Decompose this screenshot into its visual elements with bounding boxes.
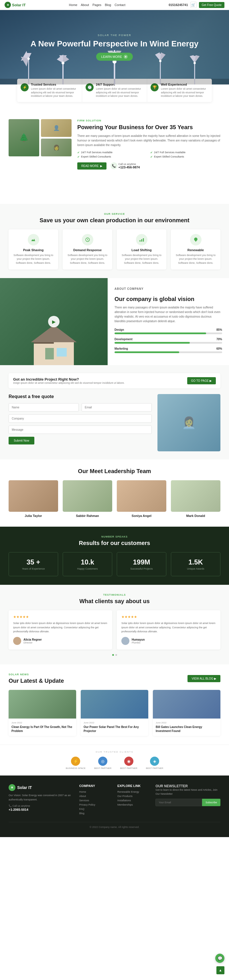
footer: ☀ Solar IT Our Vision: Solar Energy was … (0, 776, 229, 837)
site-logo[interactable]: ☀ Solar IT (5, 2, 26, 8)
team-photo-4 (171, 480, 220, 512)
clean-tag: OUR SERVICE (9, 213, 220, 215)
svg-point-4 (27, 57, 30, 60)
footer-explore-3[interactable]: Installations (118, 799, 150, 802)
about-image-main: 🌲 (9, 119, 39, 156)
nav-pages[interactable]: Pages (92, 3, 101, 6)
service-peak: Peak Shaving Software development you br… (9, 229, 58, 270)
svg-marker-31 (31, 325, 77, 342)
author-1-name: Alicia Regner (24, 638, 42, 641)
footer-explore-heading: EXPLORE LINK (118, 784, 150, 788)
promo-desc: Doign ipsum dolor sit amet consectetur a… (13, 382, 124, 384)
progress-development: Development 70% (114, 338, 222, 344)
play-button[interactable]: ▶ (48, 316, 60, 327)
check-4: ✔Expert Skilled Consultants (150, 155, 220, 158)
author-1-title: Director (24, 641, 42, 644)
service-renewable: Renewable Software development you bring… (171, 229, 220, 270)
service-peak-title: Peak Shaving (12, 248, 55, 252)
footer-explore-2[interactable]: Our Products (118, 795, 150, 797)
footer-company-heading: COMPANY (79, 784, 111, 788)
blog-post-1[interactable]: June 2022 Clean Energy Is Part Of The Gr… (9, 690, 76, 736)
stat-awards-label: Unique Awards (174, 567, 217, 570)
footer-explore-4[interactable]: Memberships (118, 803, 150, 806)
testimonial-1: ★★★★★ Solar iptis dolor lorem ipsum dolo… (9, 610, 112, 649)
view-all-blog-button[interactable]: VIEW ALL BLOG ▶ (188, 675, 220, 682)
stat-awards-number: 1.5K (174, 558, 217, 566)
footer-link-home[interactable]: Home (79, 791, 111, 793)
service-demand: Demand Response Software development you… (63, 229, 112, 270)
team-member-4: Mark Donald (171, 480, 220, 518)
get-quote-button[interactable]: Get Free Quote (199, 2, 224, 8)
blog-section: SOLAR NEWS Our Latest & Update VIEW ALL … (0, 664, 229, 745)
svg-rect-29 (143, 238, 144, 242)
footer-tagline: Our Vision: Solar Energy was conceived i… (9, 793, 73, 802)
play-icon: ▶ (124, 55, 128, 59)
footer-brand: ☀ Solar IT Our Vision: Solar Energy was … (9, 784, 73, 816)
company-input[interactable] (9, 414, 152, 423)
name-input[interactable] (9, 403, 79, 412)
leadership-section: Our Meet Leadership Team Julia Taylor Sa… (0, 459, 229, 527)
quote-form: Request a free quote Submit Now (9, 394, 152, 451)
message-input[interactable] (9, 426, 152, 434)
submit-button[interactable]: Submit Now (9, 437, 34, 444)
team-name-3: Soniya Angel (117, 514, 166, 517)
about-image-bottom-right: 👩 (41, 138, 72, 156)
svg-point-24 (194, 62, 196, 64)
dot-2[interactable] (115, 654, 117, 656)
hero-tag: SOLAR THE POWER (31, 34, 199, 37)
newsletter-subscribe-button[interactable]: Subscribe (202, 799, 220, 806)
demand-icon-circle (82, 234, 93, 245)
svg-rect-28 (141, 239, 142, 242)
team-photo-2 (63, 480, 112, 512)
logo-text: Solar IT (12, 3, 26, 7)
blog-title-1: Clean Energy Is Part Of The Growth, Not … (11, 725, 73, 733)
nav-blog[interactable]: Blog (105, 3, 111, 6)
quote-image-bg: 👩‍💼 (157, 394, 220, 451)
partner-3-name: BEST PARTNER (120, 767, 137, 770)
partner-1: ⚡ BUSINESS SPACE (66, 757, 86, 770)
blog-img-1 (9, 690, 76, 719)
footer-link-privacy[interactable]: Privacy Policy (79, 803, 111, 806)
nav-home[interactable]: Home (69, 3, 77, 6)
author-2-avatar (121, 637, 129, 645)
footer-link-blog[interactable]: Blog (79, 812, 111, 815)
service-renewable-desc: Software development you bring to your p… (174, 253, 217, 265)
service-load-desc: Software development you bring to your p… (120, 253, 163, 265)
email-input[interactable] (81, 403, 152, 412)
clean-heading: Save us your own clean production in our… (9, 217, 220, 224)
testimonial-dots (9, 654, 220, 656)
hero-cta-button[interactable]: LEARN MORE ▶ (96, 53, 133, 61)
blog-post-2[interactable]: June 2022 Our Power Solar Panel The Best… (81, 690, 148, 736)
testimonial-2-text: Solar iptis dolor lorem ipsum dolor at d… (121, 621, 216, 633)
footer-link-services[interactable]: Services (79, 799, 111, 802)
check-2: ✔24/7 Full Services Available (150, 151, 220, 154)
stat-projects: 199M Successful Projects (117, 552, 166, 576)
newsletter-email-input[interactable] (156, 799, 202, 806)
team-name-4: Mark Donald (171, 514, 220, 517)
footer-logo: ☀ Solar IT (9, 784, 73, 791)
support-icon: 🕐 (86, 83, 94, 91)
about-actions: READ MORE ▶ 📞 Call us anytime +123-456-9… (77, 162, 220, 170)
nav-about[interactable]: About (81, 3, 89, 6)
vision-content: ABOUT COMPANY Our company is global visi… (108, 278, 229, 365)
partner-4: ◈ BEST PARTNER (146, 757, 163, 770)
vision-tag: ABOUT COMPANY (114, 287, 222, 291)
blog-img-2 (81, 690, 148, 719)
cart-button[interactable]: 🛒 (190, 2, 197, 8)
footer-link-faq[interactable]: FAQ (79, 808, 111, 810)
feature-support-desc: Lorem ipsum dolor sit amet consectetur a… (96, 87, 143, 98)
partner-2-icon: ◎ (98, 757, 107, 766)
testimonial-2-author: Humayun Plumbo (121, 637, 216, 645)
nav-contact[interactable]: Contact (114, 3, 126, 6)
about-read-more-button[interactable]: READ MORE ▶ (77, 162, 107, 170)
footer-link-about[interactable]: About (79, 795, 111, 797)
check-1: ✔24/7 Full Services Available (77, 151, 148, 154)
footer-explore-1[interactable]: Renewable Energy (118, 791, 150, 793)
dot-1[interactable] (112, 654, 114, 656)
quote-section: Got an Incredible Project Right Now? Doi… (0, 365, 229, 459)
blog-post-3[interactable]: June 2022 Bill Gates Launches Clean Ener… (153, 690, 220, 736)
promo-btn[interactable]: GO TO PAGE ▶ (187, 377, 216, 384)
vision-section: ▶ ABOUT COMPANY Our company is global vi… (0, 278, 229, 365)
partner-2-name: BEST PARTNER (94, 767, 111, 770)
stat-years-label: Years of Experience (12, 567, 55, 570)
